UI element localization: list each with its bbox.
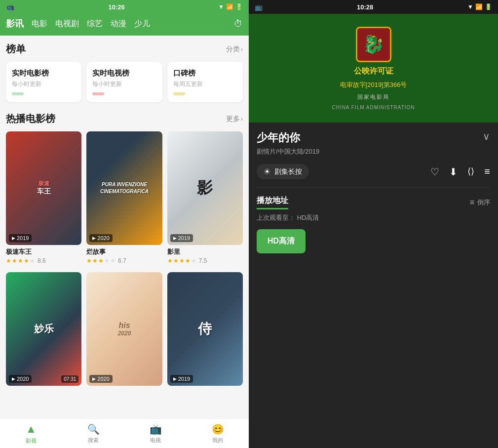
bottom-nav-yingshi[interactable]: ▲ 影视 (0, 423, 62, 445)
card-title-tv: 实时电视榜 (92, 69, 156, 78)
signal-icon: 📶 (226, 3, 233, 10)
nav-item-dianyiju[interactable]: 电视剧 (55, 19, 79, 29)
tv-label: 电视 (150, 437, 161, 444)
ranking-more[interactable]: 分类 › (226, 45, 243, 54)
movie-thumb-3: 影 ▶ 2019 (167, 131, 243, 245)
hot-title: 热播电影榜 (6, 112, 55, 125)
poster-text-5: his 2020 (86, 272, 162, 386)
ranking-card-tv[interactable]: 实时电视榜 每小时更新 (86, 62, 162, 102)
movie-item-6[interactable]: 侍 ▶ 2019 (167, 272, 243, 386)
play-icon-6: ▶ (173, 376, 177, 381)
right-wifi-icon: ▼ (467, 3, 473, 10)
nav-item-dianying[interactable]: 电影 (32, 19, 47, 29)
last-watched-label: 上次观看至： (257, 214, 295, 221)
movie-thumb-6: 侍 ▶ 2019 (167, 272, 243, 386)
movie-main-title: 少年的你 (257, 130, 300, 145)
year-badge-3: ▶ 2019 (170, 234, 193, 242)
battery-icon: 🔋 (235, 3, 243, 10)
comment-icon[interactable]: ≡ (484, 166, 490, 178)
left-time: 10:26 (108, 3, 124, 11)
order-icon: ≡ (470, 198, 474, 207)
playback-title: 播放地址 (257, 196, 288, 209)
poster-text-2: PURA INVENZIONE CINEMATOGRAFICA (86, 131, 162, 245)
play-icon-1: ▶ (12, 236, 15, 241)
rating-score-3: 7.5 (199, 257, 207, 264)
movie-info-area: 少年的你 ∨ 剧情片/中国大陆/2019 ☀ 剧集长按 ♡ ⬇ ⟨⟩ ≡ (249, 122, 498, 188)
right-time: 10:28 (357, 3, 373, 11)
movie-title-2: 烂故事 (86, 247, 162, 256)
episode-btn: 剧集长按 (274, 167, 302, 176)
tv-icon: 📺 (150, 423, 162, 435)
cert-number: 电审故字[2019]第366号 (340, 81, 407, 89)
movie-thumb-2: PURA INVENZIONE CINEMATOGRAFICA ▶ 2020 (86, 131, 162, 245)
order-label: 倒序 (477, 198, 490, 207)
last-watched-value: HD高清 (297, 214, 319, 221)
certificate-area: 🐉 公映许可证 电审故字[2019]第366号 国家电影局 CHINA FILM… (249, 14, 498, 122)
right-signal-icon: 📶 (475, 3, 483, 10)
history-icon[interactable]: ⏱ (234, 19, 243, 29)
bottom-nav-mine[interactable]: 😊 我的 (187, 423, 249, 444)
download-icon[interactable]: ⬇ (449, 166, 458, 178)
card-title-movie: 实时电影榜 (12, 69, 76, 78)
card-sub-koubei: 每周五更新 (173, 80, 237, 88)
brightness-control[interactable]: ☀ 剧集长按 (257, 164, 309, 179)
favorite-icon[interactable]: ♡ (430, 166, 439, 178)
playback-header: 播放地址 ≡ 倒序 (257, 196, 490, 209)
share-icon[interactable]: ⟨⟩ (467, 166, 474, 178)
left-panel: 📺 10:26 ▼ 📶 🔋 影讯 电影 电视剧 综艺 动漫 少儿 ⏱ 榜单 分类… (0, 0, 249, 448)
card-dot-koubei (173, 92, 185, 95)
right-status-bar: 📺 10:28 ▼ 📶 🔋 (249, 0, 498, 14)
cert-badge: 🐉 (356, 27, 391, 62)
playback-section: 播放地址 ≡ 倒序 上次观看至： HD高清 HD高清 (249, 188, 498, 448)
hot-more[interactable]: 更多 › (226, 115, 243, 123)
left-status-bar: 📺 10:26 ▼ 📶 🔋 (0, 0, 249, 14)
movie-grid-row2: 妙乐 ▶ 2020 07:31 his 2020 ▶ (6, 272, 243, 386)
content-area: 榜单 分类 › 实时电影榜 每小时更新 实时电视榜 每小时更新 口碑榜 每周五更… (0, 36, 249, 418)
nav-item-shaoner[interactable]: 少儿 (134, 19, 150, 29)
yingshi-label: 影视 (26, 437, 37, 445)
movie-rating-2: ★ ★ ★ ★ ★ 6.7 (86, 257, 162, 264)
right-panel: 📺 10:28 ▼ 📶 🔋 🐉 公映许可证 电审故字[2019]第366号 国家… (249, 0, 498, 448)
poster-text-1: 极速 车王 (6, 131, 81, 245)
collapse-icon[interactable]: ∨ (483, 130, 490, 142)
movie-meta: 剧情片/中国大陆/2019 (257, 147, 490, 156)
movie-item-4[interactable]: 妙乐 ▶ 2020 07:31 (6, 272, 81, 386)
movie-actions: ☀ 剧集长按 ♡ ⬇ ⟨⟩ ≡ (257, 164, 490, 188)
yingshi-icon: ▲ (26, 423, 37, 436)
ranking-card-movie[interactable]: 实时电影榜 每小时更新 (6, 62, 81, 102)
ranking-card-koubei[interactable]: 口碑榜 每周五更新 (167, 62, 243, 102)
right-battery-icon: 🔋 (485, 3, 492, 10)
bottom-nav: ▲ 影视 🔍 搜索 📺 电视 😊 我的 (0, 418, 249, 448)
left-status-icons: ▼ 📶 🔋 (218, 3, 243, 10)
movie-item-2[interactable]: PURA INVENZIONE CINEMATOGRAFICA ▶ 2020 烂… (86, 131, 162, 264)
movie-title-3: 影里 (167, 247, 243, 256)
nav-item-dongman[interactable]: 动漫 (111, 19, 126, 29)
movie-item-3[interactable]: 影 ▶ 2019 影里 ★ ★ ★ ★ ★ 7.5 (167, 131, 243, 264)
card-dot-movie (12, 92, 24, 95)
rating-score-2: 6.7 (118, 257, 126, 264)
poster-text-6: 侍 (167, 272, 243, 386)
play-icon-5: ▶ (92, 376, 96, 381)
nav-item-yingxun[interactable]: 影讯 (6, 18, 24, 30)
hd-button[interactable]: HD高清 (257, 229, 306, 253)
movie-info-header: 少年的你 ∨ (257, 130, 490, 145)
duration-badge-4: 07:31 (61, 375, 78, 383)
ranking-chevron: › (241, 46, 243, 53)
play-icon-4: ▶ (12, 376, 15, 381)
card-dot-tv (92, 92, 104, 95)
left-app-icon: 📺 (6, 2, 15, 11)
nav-item-zongyide[interactable]: 综艺 (87, 19, 103, 29)
mine-label: 我的 (212, 437, 223, 444)
dragon-icon: 🐉 (362, 34, 384, 55)
movie-item-1[interactable]: 极速 车王 ▶ 2019 极速车王 ★ ★ ★ ★ ★ (6, 131, 81, 264)
year-badge-6: ▶ 2019 (170, 375, 193, 383)
movie-item-5[interactable]: his 2020 ▶ 2020 (86, 272, 162, 386)
movie-thumb-5: his 2020 ▶ 2020 (86, 272, 162, 386)
movie-rating-1: ★ ★ ★ ★ ★ 8.6 (6, 257, 81, 264)
ranking-cards: 实时电影榜 每小时更新 实时电视榜 每小时更新 口碑榜 每周五更新 (6, 62, 243, 102)
rating-score-1: 8.6 (38, 257, 46, 264)
playback-order[interactable]: ≡ 倒序 (470, 198, 490, 207)
bottom-nav-search[interactable]: 🔍 搜索 (62, 423, 124, 444)
movie-title-1: 极速车王 (6, 247, 81, 256)
bottom-nav-tv[interactable]: 📺 电视 (124, 423, 187, 444)
